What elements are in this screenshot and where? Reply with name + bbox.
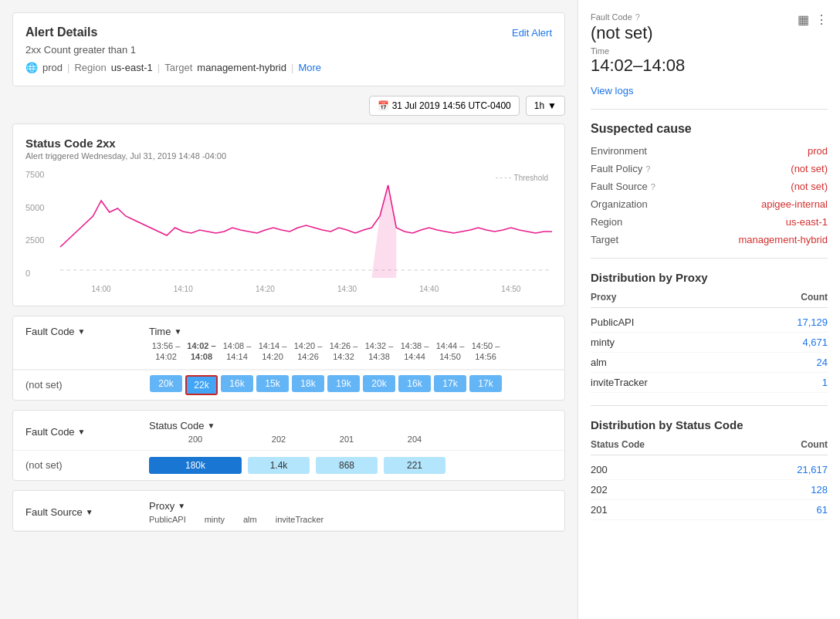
dropdown-arrow-status: ▼ <box>208 421 215 430</box>
calendar-icon: 📅 <box>378 100 389 111</box>
fault-code-time-row-0: (not set) 20k 22k 16k 15k 18k 19k 20k 16… <box>13 370 564 400</box>
count-col-label: Count <box>801 292 828 303</box>
status-code-col-header: Status Code ▼ 200 202 201 204 <box>149 420 552 444</box>
separator2: | <box>158 62 160 73</box>
time-col-6: 14:32 –14:38 <box>362 340 396 363</box>
status-code-dropdown[interactable]: Status Code ▼ <box>149 420 552 431</box>
cause-value-environment[interactable]: prod <box>808 145 828 157</box>
view-logs-link[interactable]: View logs <box>591 85 633 96</box>
time-cell-0-6[interactable]: 20k <box>362 375 396 395</box>
chart-title: Status Code 2xx <box>25 137 552 150</box>
status-bar-204[interactable]: 221 <box>384 457 445 474</box>
proxy-count-2[interactable]: 24 <box>817 357 828 368</box>
cause-label-fault-source: Fault Source ? <box>591 181 655 192</box>
datetime-button[interactable]: 📅 31 Jul 2019 14:56 UTC-0400 <box>369 96 520 116</box>
time-section: Time 14:02–14:08 <box>591 46 828 76</box>
proxy-count-0[interactable]: 17,129 <box>797 316 828 328</box>
cause-value-region[interactable]: us-east-1 <box>786 216 828 228</box>
dist-proxy-row-1: minty 4,671 <box>591 333 828 353</box>
time-cell-0-1[interactable]: 22k <box>185 375 218 395</box>
fault-source-dropdown[interactable]: Fault Source ▼ <box>25 506 149 518</box>
fault-code-dropdown[interactable]: Fault Code ▼ <box>25 326 149 337</box>
section-divider-3 <box>591 405 828 406</box>
help-icon-policy[interactable]: ? <box>645 164 650 174</box>
time-cell-0-4[interactable]: 18k <box>291 375 325 395</box>
cause-row-environment: Environment prod <box>591 145 828 157</box>
dist-status-row-1: 202 128 <box>591 480 828 500</box>
region-label: Region <box>74 62 106 73</box>
dropdown-arrow-time: ▼ <box>174 327 181 336</box>
cause-label-target: Target <box>591 234 618 245</box>
time-col-7: 14:38 –14:44 <box>398 340 432 363</box>
cause-value-fault-policy[interactable]: (not set) <box>791 163 828 174</box>
time-cell-0-9[interactable]: 17k <box>469 375 503 395</box>
time-col-8: 14:44 –14:50 <box>433 340 467 363</box>
time-col-3: 14:14 –14:20 <box>256 340 290 363</box>
status-name-1: 202 <box>591 484 608 496</box>
fault-code-section: Fault Code ? (not set) <box>591 12 653 43</box>
status-count-1[interactable]: 128 <box>811 484 828 496</box>
distribution-proxy-table: Proxy Count PublicAPI 17,129 minty 4,671… <box>591 292 828 393</box>
section-divider-1 <box>591 109 828 110</box>
datetime-bar: 📅 31 Jul 2019 14:56 UTC-0400 1h ▼ <box>12 96 565 116</box>
proxy-col-invitetracker: inviteTracker <box>276 515 324 524</box>
chart-x-labels: 14:00 14:10 14:20 14:30 14:40 14:50 <box>60 285 552 293</box>
time-cell-0-0[interactable]: 20k <box>149 375 183 395</box>
fault-code-label: Fault Code ? <box>591 12 653 22</box>
proxy-count-1[interactable]: 4,671 <box>802 337 828 348</box>
status-count-2[interactable]: 61 <box>817 504 828 516</box>
more-options-button[interactable]: ⋮ <box>815 12 828 27</box>
section-divider-2 <box>591 258 828 259</box>
target-label: Target <box>164 62 192 73</box>
chart-icon-button[interactable]: ▦ <box>798 12 809 27</box>
cause-value-target[interactable]: management-hybrid <box>738 234 828 245</box>
time-cell-0-8[interactable]: 17k <box>433 375 467 395</box>
distribution-status-title: Distribution by Status Code <box>591 418 828 431</box>
status-count-0[interactable]: 21,617 <box>797 464 828 475</box>
status-bar-202[interactable]: 1.4k <box>248 457 310 474</box>
cause-row-fault-policy: Fault Policy ? (not set) <box>591 163 828 174</box>
edit-alert-link[interactable]: Edit Alert <box>512 27 552 39</box>
cause-value-organization[interactable]: apigee-internal <box>761 198 828 210</box>
fault-code-status-header: Fault Code ▼ Status Code ▼ 200 202 201 2… <box>13 411 564 451</box>
status-bar-200[interactable]: 180k <box>149 457 242 474</box>
cause-value-fault-source[interactable]: (not set) <box>791 181 828 192</box>
time-dropdown[interactable]: Time ▼ <box>149 326 552 337</box>
target-value: management-hybrid <box>197 62 286 73</box>
time-col-4: 14:20 –14:26 <box>291 340 325 363</box>
status-bar-201[interactable]: 868 <box>316 457 378 474</box>
time-col-2: 14:08 –14:14 <box>220 340 254 363</box>
time-cell-0-7[interactable]: 16k <box>398 375 432 395</box>
proxy-name-0: PublicAPI <box>591 316 634 328</box>
time-columns: 13:56 –14:02 14:02 –14:08 14:08 –14:14 1… <box>149 340 552 363</box>
alert-subtitle: 2xx Count greater than 1 <box>25 44 552 56</box>
datetime-value: 31 Jul 2019 14:56 UTC-0400 <box>392 100 511 111</box>
proxy-col-header-container: Proxy ▼ PublicAPI minty alm inviteTracke… <box>149 500 552 524</box>
status-fault-cell-0: (not set) <box>25 459 149 471</box>
duration-button[interactable]: 1h ▼ <box>526 96 565 116</box>
proxy-dropdown[interactable]: Proxy ▼ <box>149 500 552 512</box>
region-value: us-east-1 <box>111 62 153 73</box>
globe-icon: 🌐 <box>25 62 38 73</box>
cause-label-environment: Environment <box>591 145 647 157</box>
status-col-202: 202 <box>248 435 310 444</box>
proxy-name-1: minty <box>591 337 615 348</box>
cause-row-fault-source: Fault Source ? (not set) <box>591 181 828 192</box>
right-toolbar: ▦ ⋮ <box>798 12 828 27</box>
distribution-proxy-title: Distribution by Proxy <box>591 271 828 284</box>
time-cell-0-2[interactable]: 16k <box>220 375 254 395</box>
more-link[interactable]: More <box>298 62 321 73</box>
fault-code-col-header2: Fault Code ▼ <box>25 426 149 438</box>
dropdown-arrow-fault: ▼ <box>78 327 86 336</box>
proxy-col-publicapi: PublicAPI <box>149 515 186 524</box>
proxy-count-3[interactable]: 1 <box>822 377 828 388</box>
status-col-200: 200 <box>149 435 242 444</box>
proxy-col-alm: alm <box>243 515 257 524</box>
time-cell-0-5[interactable]: 19k <box>327 375 361 395</box>
proxy-col-minty: minty <box>205 515 225 524</box>
help-icon[interactable]: ? <box>635 12 640 22</box>
time-cell-0-3[interactable]: 15k <box>256 375 290 395</box>
help-icon-source[interactable]: ? <box>651 182 655 191</box>
right-panel: Fault Code ? (not set) ▦ ⋮ Time 14:02–14… <box>578 0 840 619</box>
fault-code-dropdown2[interactable]: Fault Code ▼ <box>25 426 149 438</box>
